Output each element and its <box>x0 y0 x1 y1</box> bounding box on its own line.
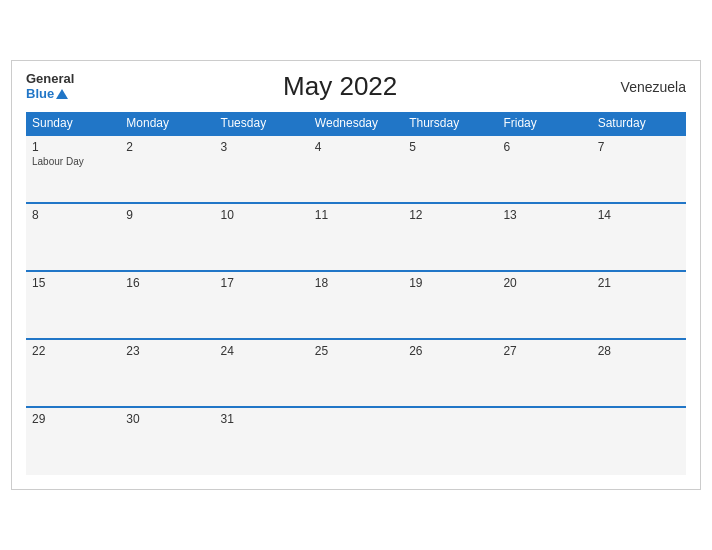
calendar-cell: 10 <box>215 203 309 271</box>
calendar-cell: 19 <box>403 271 497 339</box>
header-sunday: Sunday <box>26 112 120 135</box>
day-number: 2 <box>126 140 208 154</box>
calendar-cell: 11 <box>309 203 403 271</box>
day-number: 10 <box>221 208 303 222</box>
calendar-cell: 27 <box>497 339 591 407</box>
day-number: 5 <box>409 140 491 154</box>
calendar-cell: 17 <box>215 271 309 339</box>
calendar-cell: 3 <box>215 135 309 203</box>
header-friday: Friday <box>497 112 591 135</box>
day-number: 19 <box>409 276 491 290</box>
day-number: 29 <box>32 412 114 426</box>
calendar-cell: 9 <box>120 203 214 271</box>
calendar-cell: 14 <box>592 203 686 271</box>
header-tuesday: Tuesday <box>215 112 309 135</box>
calendar-cell: 28 <box>592 339 686 407</box>
day-number: 15 <box>32 276 114 290</box>
calendar-cell: 18 <box>309 271 403 339</box>
day-number: 31 <box>221 412 303 426</box>
header-saturday: Saturday <box>592 112 686 135</box>
day-number: 25 <box>315 344 397 358</box>
calendar-week-row: 891011121314 <box>26 203 686 271</box>
calendar-container: General Blue May 2022 Venezuela Sunday M… <box>11 60 701 490</box>
day-number: 1 <box>32 140 114 154</box>
logo-general-text: General <box>26 72 74 86</box>
calendar-cell: 12 <box>403 203 497 271</box>
country-label: Venezuela <box>606 79 686 95</box>
holiday-label: Labour Day <box>32 156 114 167</box>
calendar-cell: 29 <box>26 407 120 475</box>
calendar-cell: 2 <box>120 135 214 203</box>
calendar-week-row: 22232425262728 <box>26 339 686 407</box>
calendar-cell <box>403 407 497 475</box>
day-number: 30 <box>126 412 208 426</box>
calendar-cell: 8 <box>26 203 120 271</box>
calendar-cell: 16 <box>120 271 214 339</box>
day-number: 20 <box>503 276 585 290</box>
day-number: 23 <box>126 344 208 358</box>
calendar-cell <box>592 407 686 475</box>
calendar-cell: 23 <box>120 339 214 407</box>
calendar-cell: 31 <box>215 407 309 475</box>
month-title: May 2022 <box>74 71 606 102</box>
day-number: 18 <box>315 276 397 290</box>
logo: General Blue <box>26 72 74 101</box>
day-number: 6 <box>503 140 585 154</box>
calendar-cell: 1Labour Day <box>26 135 120 203</box>
calendar-cell: 20 <box>497 271 591 339</box>
calendar-cell: 30 <box>120 407 214 475</box>
logo-blue-text: Blue <box>26 87 54 101</box>
day-number: 13 <box>503 208 585 222</box>
day-number: 17 <box>221 276 303 290</box>
day-number: 7 <box>598 140 680 154</box>
day-number: 27 <box>503 344 585 358</box>
calendar-cell: 5 <box>403 135 497 203</box>
weekday-header-row: Sunday Monday Tuesday Wednesday Thursday… <box>26 112 686 135</box>
day-number: 26 <box>409 344 491 358</box>
header-wednesday: Wednesday <box>309 112 403 135</box>
calendar-cell <box>497 407 591 475</box>
calendar-week-row: 293031 <box>26 407 686 475</box>
day-number: 28 <box>598 344 680 358</box>
day-number: 16 <box>126 276 208 290</box>
day-number: 21 <box>598 276 680 290</box>
day-number: 9 <box>126 208 208 222</box>
calendar-cell: 26 <box>403 339 497 407</box>
calendar-cell: 7 <box>592 135 686 203</box>
day-number: 8 <box>32 208 114 222</box>
day-number: 14 <box>598 208 680 222</box>
calendar-cell: 4 <box>309 135 403 203</box>
calendar-cell: 13 <box>497 203 591 271</box>
calendar-cell: 22 <box>26 339 120 407</box>
calendar-header: General Blue May 2022 Venezuela <box>26 71 686 102</box>
day-number: 22 <box>32 344 114 358</box>
calendar-cell: 15 <box>26 271 120 339</box>
header-thursday: Thursday <box>403 112 497 135</box>
calendar-week-row: 1Labour Day234567 <box>26 135 686 203</box>
calendar-week-row: 15161718192021 <box>26 271 686 339</box>
calendar-cell: 25 <box>309 339 403 407</box>
header-monday: Monday <box>120 112 214 135</box>
day-number: 12 <box>409 208 491 222</box>
day-number: 11 <box>315 208 397 222</box>
day-number: 3 <box>221 140 303 154</box>
calendar-table: Sunday Monday Tuesday Wednesday Thursday… <box>26 112 686 475</box>
calendar-cell: 24 <box>215 339 309 407</box>
calendar-cell <box>309 407 403 475</box>
calendar-cell: 21 <box>592 271 686 339</box>
day-number: 4 <box>315 140 397 154</box>
day-number: 24 <box>221 344 303 358</box>
logo-triangle-icon <box>56 89 68 99</box>
calendar-cell: 6 <box>497 135 591 203</box>
